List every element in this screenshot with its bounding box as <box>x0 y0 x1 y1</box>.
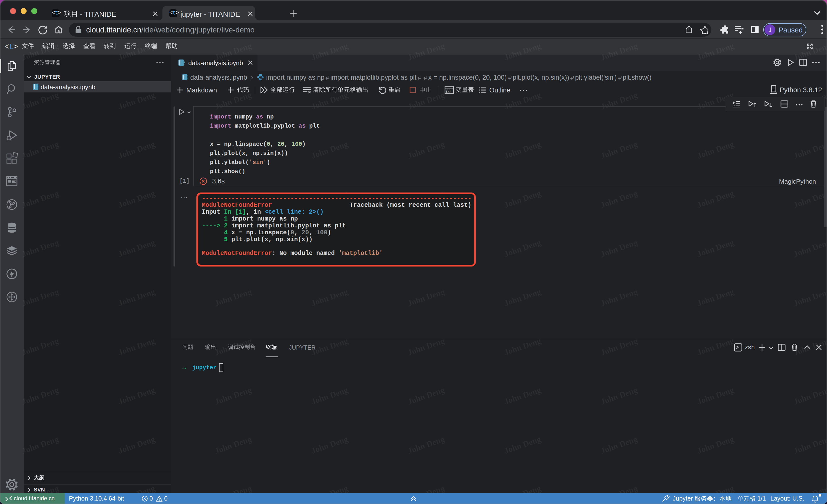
svg-text:(x): (x) <box>446 89 451 94</box>
